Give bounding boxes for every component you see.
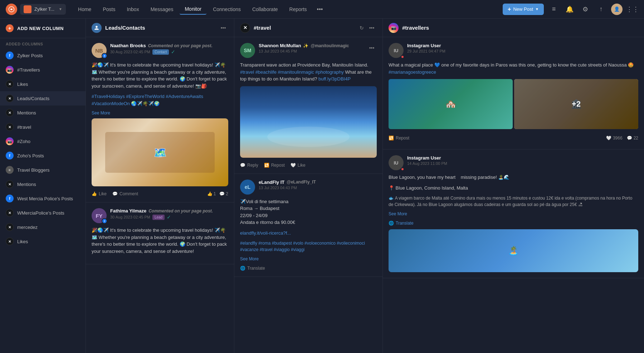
translate-label[interactable]: Translate <box>396 221 414 226</box>
notifications-icon[interactable]: 🔔 <box>564 4 575 15</box>
avatar: SM <box>240 43 255 58</box>
user-avatar[interactable]: 👤 <box>611 4 623 15</box>
repost-action[interactable]: 🔁 Repost <box>389 136 409 141</box>
post-avatar-container: NB f <box>92 43 107 58</box>
like-label: Like <box>99 191 107 196</box>
verified-icon: ✓ <box>167 214 171 220</box>
like-label: Like <box>298 163 306 168</box>
post-author: Instagram User <box>407 155 638 161</box>
post-meta: Instagram User 29 Jul 2021 04:47 PM <box>407 43 638 53</box>
facebook-icon: f <box>6 195 14 202</box>
post-more-button[interactable]: ••• <box>367 43 377 53</box>
hashtag: #marianagoestogreece <box>389 69 436 75</box>
sidebar-item-likes[interactable]: ✕ Likes <box>0 77 86 91</box>
main-layout: + ADD NEW COLUMN ADDED COLUMNS f Zylker … <box>0 19 644 353</box>
post-text: ✈️Voli di fine settimanaRoma → Budapest2… <box>240 198 377 226</box>
settings-icon[interactable]: ⚙ <box>580 4 591 15</box>
grid-icon[interactable]: ⋮⋮ <box>627 4 638 15</box>
comment-action[interactable]: 💬 Comment <box>112 191 138 196</box>
comment-count-display: 💬 2 <box>219 191 228 196</box>
instagram-icon: 📷 <box>6 66 14 74</box>
sidebar-item-label: Mentions <box>17 182 36 187</box>
post-header: IU Instagram User 14 Aug 2023 11:00 PM <box>389 155 638 170</box>
plus-icon: + <box>508 6 511 13</box>
nav-posts[interactable]: Posts <box>98 4 120 14</box>
menu-icon[interactable]: ≡ <box>548 4 560 15</box>
sidebar-item-label: WMerciaPolice's Posts <box>17 210 64 216</box>
reply-action[interactable]: 💬 Reply <box>240 163 258 168</box>
post-card: SM Shannon McMullan ✨ @manitoulinmagic 1… <box>234 37 382 174</box>
sidebar-item-label: Zoho's Posts <box>17 153 44 158</box>
nav-collaborate[interactable]: Collaborate <box>247 4 283 14</box>
post-author: eLandFly IT @eLandFly_IT <box>259 180 377 185</box>
app-selector[interactable]: Zylker T... ▼ <box>20 4 66 15</box>
post-time: 30 Aug 2023 02:45 PM Contact ✓ <box>110 49 228 55</box>
column-body-travel: SM Shannon McMullan ✨ @manitoulinmagic 1… <box>234 37 382 353</box>
post-meta: Shannon McMullan ✨ @manitoulinmagic 13 J… <box>259 43 363 53</box>
like-action[interactable]: 👍 Like <box>92 191 107 196</box>
nav-reports[interactable]: Reports <box>284 4 312 14</box>
post-link[interactable]: elandfly.it/voli-ricerca?f... <box>240 230 291 236</box>
column-more-button[interactable]: ••• <box>367 23 377 33</box>
sidebar-item-likes-2[interactable]: ✕ Likes <box>0 234 86 249</box>
nav-more-icon[interactable]: ••• <box>313 4 327 15</box>
translate-icon: 🌐 <box>389 221 394 226</box>
sidebar-item-leads-contacts[interactable]: ✕ Leads/Contacts <box>0 91 86 106</box>
see-more-link[interactable]: See More <box>389 211 638 216</box>
post-author: Naathan Brooks Commented on your page po… <box>110 43 228 48</box>
sidebar-item-travel-bloggers[interactable]: ≡ Travel Bloggers <box>0 163 86 177</box>
see-more-link[interactable]: See More <box>92 111 228 116</box>
top-navigation: Zylker T... ▼ Home Posts Inbox Messages … <box>0 0 644 19</box>
post-handle: @manitoulinmagic <box>311 43 349 48</box>
post-meta: Instagram User 14 Aug 2023 11:00 PM <box>407 155 638 166</box>
add-circle-icon: + <box>6 24 14 32</box>
refresh-button[interactable]: ↻ <box>360 25 364 31</box>
post-image <box>240 86 377 158</box>
sidebar-item-mentions-2[interactable]: ✕ Mentions <box>0 177 86 191</box>
post-actions: 👍 Like 💬 Comment 👍 1 💬 2 <box>92 190 228 196</box>
translate-action[interactable]: 🌐 Translate <box>240 266 265 271</box>
post-text: 🎉🌏✈️ It's time to celebrate the upcoming… <box>92 62 228 89</box>
post-timestamp: 14 Aug 2023 11:00 PM <box>407 161 447 166</box>
like-count-display: 👍 1 <box>207 191 216 196</box>
see-more-link[interactable]: See More <box>240 256 377 261</box>
nav-connections[interactable]: Connections <box>208 4 246 14</box>
app-selector-label: Zylker T... <box>34 6 54 12</box>
sidebar-item-mercedez[interactable]: ✕ mercedez <box>0 220 86 234</box>
post-card: FY f Fathima Yilmaze Commented on your p… <box>86 202 234 264</box>
column-icon-travel: ✕ <box>240 23 250 33</box>
translate-action[interactable]: 🌐 Translate <box>389 221 414 226</box>
nav-messages[interactable]: Messages <box>146 4 179 14</box>
image-grid-item-2: 🏛️ +2 <box>514 79 638 129</box>
repost-icon: 🔁 <box>264 163 269 168</box>
nav-monitor[interactable]: Monitor <box>180 4 206 15</box>
comment-icon: 💬 <box>112 191 118 196</box>
add-new-column-button[interactable]: + ADD NEW COLUMN <box>0 19 86 38</box>
sidebar-item-west-mercia[interactable]: f West Mercia Police's Posts <box>0 191 86 206</box>
sidebar-item-mentions[interactable]: ✕ Mentions <box>0 106 86 120</box>
sidebar-item-wmercia[interactable]: ✕ WMerciaPolice's Posts <box>0 206 86 220</box>
post-meta: Fathima Yilmaze Commented on your page p… <box>110 208 228 220</box>
sidebar-item-zylker-posts[interactable]: f Zylker Posts <box>0 48 86 63</box>
column-body-leads: NB f Naathan Brooks Commented on your pa… <box>86 37 234 353</box>
lead-badge: Lead <box>152 215 165 220</box>
image-grid-item-1: 🏘️ <box>389 79 513 129</box>
sidebar-item-travellers[interactable]: 📷 #Travellers <box>0 63 86 77</box>
nav-home[interactable]: Home <box>73 4 96 14</box>
hashtag: #elandfly #roma #budapest #volo #voloeco… <box>240 241 365 252</box>
post-link[interactable]: buff.ly/3pDBI4P <box>318 76 351 82</box>
post-card: eL eLandFly IT @eLandFly_IT 13 Jul 2023 … <box>234 174 382 277</box>
new-post-button[interactable]: + New Post ▼ <box>503 4 544 15</box>
sidebar-item-label: Likes <box>17 239 28 244</box>
sidebar-item-zohos-posts[interactable]: f Zoho's Posts <box>0 148 86 163</box>
nav-inbox[interactable]: Inbox <box>122 4 144 14</box>
share-icon[interactable]: ↑ <box>595 4 607 15</box>
repost-action[interactable]: 🔁 Repost <box>264 163 285 168</box>
column-more-button[interactable]: ••• <box>218 23 228 33</box>
sidebar-item-travel[interactable]: ✕ #travel <box>0 120 86 134</box>
like-action[interactable]: 🤍 Like <box>291 163 306 168</box>
contact-badge: Contact <box>152 49 169 55</box>
post-header: IU Instagram User 29 Jul 2021 04:47 PM <box>389 43 638 58</box>
travel-image: 🗺️ <box>92 118 228 186</box>
sidebar-item-zoho[interactable]: 📷 #Zoho <box>0 134 86 148</box>
